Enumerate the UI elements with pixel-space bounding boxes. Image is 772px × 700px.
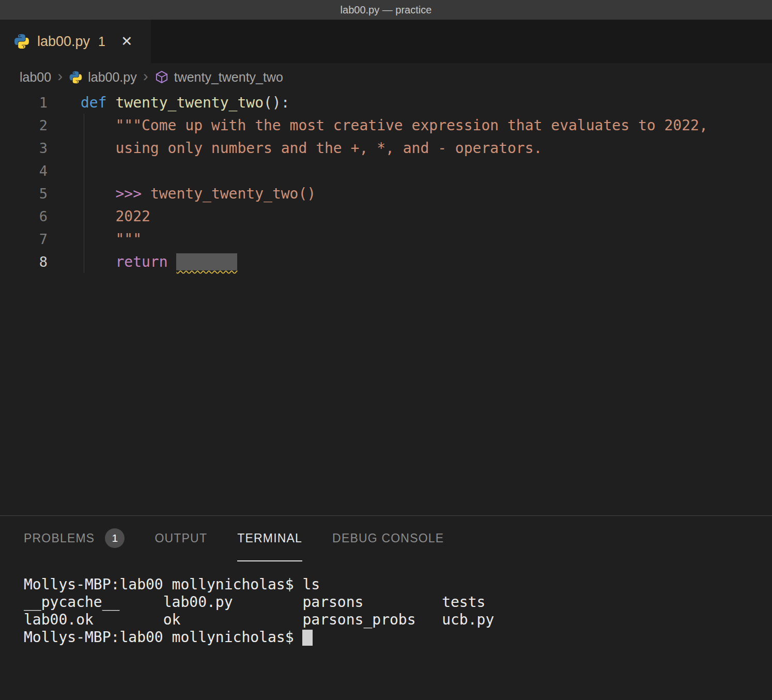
- indent: [81, 185, 115, 202]
- code-line[interactable]: 3 using only numbers and the +, *, and -…: [0, 136, 772, 159]
- terminal-prompt: Mollys-MBP:lab00 mollynicholas$: [24, 629, 302, 646]
- window-title: lab00.py — practice: [341, 4, 432, 16]
- tab-lab00py[interactable]: lab00.py 1 ✕: [0, 20, 151, 63]
- indent-guide: [84, 114, 84, 273]
- keyword-return: return: [115, 253, 167, 270]
- chevron-right-icon: ›: [57, 68, 63, 84]
- tab-terminal[interactable]: TERMINAL: [237, 516, 302, 561]
- breadcrumb: lab00 › lab00.py › twenty_twenty_two: [0, 63, 772, 91]
- panel-tab-label: TERMINAL: [237, 531, 302, 545]
- line-number: 3: [0, 140, 48, 156]
- code-line[interactable]: 7 """: [0, 227, 772, 250]
- code-line[interactable]: 8 return: [0, 250, 772, 273]
- docstring-text: using only numbers and the +, *, and - o…: [81, 140, 542, 157]
- line-number: 1: [0, 95, 48, 111]
- panel-tab-label: OUTPUT: [155, 531, 207, 545]
- line-number: 5: [0, 186, 48, 202]
- code-editor[interactable]: 1 def twenty_twenty_two(): 2 """Come up …: [0, 91, 772, 515]
- function-name: twenty_twenty_two: [115, 94, 264, 111]
- terminal-output[interactable]: Mollys-MBP:lab00 mollynicholas$ ls __pyc…: [0, 561, 772, 646]
- tab-problems-count: 1: [98, 34, 105, 49]
- code-line[interactable]: 5 >>> twenty_twenty_two(): [0, 182, 772, 205]
- indent: [81, 253, 115, 270]
- breadcrumb-folder[interactable]: lab00: [20, 70, 51, 85]
- title-bar: lab00.py — practice: [0, 0, 772, 20]
- tab-output[interactable]: OUTPUT: [155, 516, 207, 561]
- doctest-prompt: >>>: [115, 185, 150, 202]
- close-tab-icon[interactable]: ✕: [121, 33, 133, 50]
- symbol-method-cube-icon: [155, 70, 169, 84]
- line-number: 6: [0, 208, 48, 224]
- panel-tab-bar: PROBLEMS 1 OUTPUT TERMINAL DEBUG CONSOLE: [0, 516, 772, 561]
- code-line[interactable]: 2 """Come up with the most creative expr…: [0, 114, 772, 136]
- python-icon: [13, 33, 30, 50]
- tab-problems[interactable]: PROBLEMS 1: [24, 516, 125, 561]
- chevron-right-icon: ›: [143, 68, 148, 84]
- docstring-text: """Come up with the most creative expres…: [81, 117, 708, 134]
- code-line[interactable]: 4: [0, 159, 772, 182]
- line-number: 4: [0, 163, 48, 179]
- tab-bar: lab00.py 1 ✕: [0, 20, 772, 63]
- breadcrumb-symbol[interactable]: twenty_twenty_two: [174, 70, 283, 85]
- terminal-line: __pycache__ lab00.py parsons tests: [24, 594, 772, 611]
- code-line[interactable]: 6 2022: [0, 205, 772, 227]
- doctest-expected-output: 2022: [81, 208, 150, 225]
- space: [168, 253, 177, 270]
- python-icon: [69, 70, 83, 84]
- punctuation: ():: [264, 94, 290, 111]
- vscode-window: lab00.py — practice lab00.py 1 ✕ lab00 ›…: [0, 0, 772, 699]
- line-number-active: 8: [0, 254, 48, 270]
- tab-label: lab00.py: [37, 34, 90, 50]
- docstring-close: """: [81, 231, 142, 248]
- code-line[interactable]: 1 def twenty_twenty_two():: [0, 91, 772, 114]
- line-number: 7: [0, 231, 48, 247]
- line-number: 2: [0, 117, 48, 133]
- terminal-line: lab00.ok ok parsons_probs ucb.py: [24, 611, 772, 629]
- selected-placeholder-with-warning-squiggle[interactable]: [176, 253, 237, 270]
- keyword-def: def: [81, 94, 115, 111]
- bottom-panel: PROBLEMS 1 OUTPUT TERMINAL DEBUG CONSOLE…: [0, 515, 772, 699]
- panel-tab-label: PROBLEMS: [24, 531, 95, 545]
- breadcrumb-file[interactable]: lab00.py: [88, 70, 137, 85]
- tab-debug-console[interactable]: DEBUG CONSOLE: [332, 516, 444, 561]
- terminal-cursor: [302, 630, 313, 646]
- terminal-line: Mollys-MBP:lab00 mollynicholas$ ls: [24, 576, 772, 594]
- doctest-call: twenty_twenty_two(): [150, 185, 316, 202]
- panel-tab-label: DEBUG CONSOLE: [332, 531, 444, 545]
- terminal-line: Mollys-MBP:lab00 mollynicholas$: [24, 629, 772, 646]
- problems-count-badge: 1: [105, 528, 125, 548]
